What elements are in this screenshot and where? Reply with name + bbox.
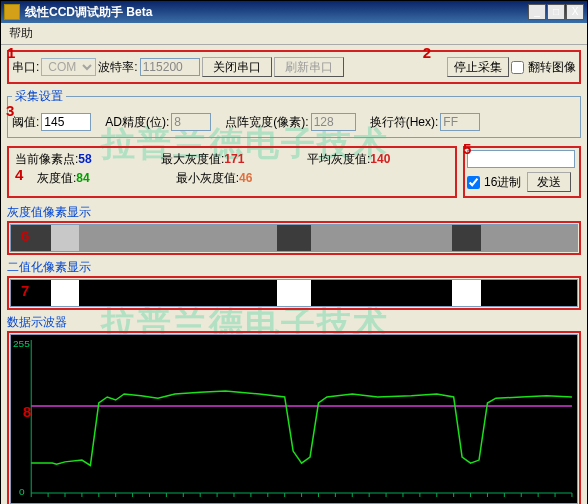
- serial-panel: 1 2 串口: COM1 波特率: 关闭串口 刷新串口 停止采集 翻转图像: [7, 50, 581, 84]
- window-title: 线性CCD调试助手 Beta: [25, 4, 528, 21]
- hex-checkbox[interactable]: [467, 176, 480, 189]
- baud-input[interactable]: [140, 58, 200, 76]
- threshold-label: 阈值:: [12, 114, 39, 131]
- binary-strip-title: 二值化像素显示: [7, 259, 581, 276]
- svg-text:255: 255: [13, 338, 30, 349]
- hex-label: 16进制: [484, 174, 521, 191]
- max-gray-value: 171: [224, 152, 244, 166]
- flip-checkbox[interactable]: [511, 61, 524, 74]
- gray-strip: [10, 224, 578, 252]
- newline-input[interactable]: [440, 113, 480, 131]
- min-gray-label: 最小灰度值:: [176, 171, 239, 185]
- marker-6: 6: [21, 227, 29, 244]
- port-select[interactable]: COM1: [41, 58, 96, 76]
- marker-8: 8: [23, 403, 31, 420]
- scope-title: 数据示波器: [7, 314, 581, 331]
- refresh-port-button[interactable]: 刷新串口: [274, 57, 344, 77]
- port-label: 串口:: [12, 59, 39, 76]
- ad-label: AD精度(位):: [105, 114, 169, 131]
- close-port-button[interactable]: 关闭串口: [202, 57, 272, 77]
- scope-box: 8 2550 像素点: [7, 331, 581, 504]
- flip-label: 翻转图像: [528, 59, 576, 76]
- matrix-input[interactable]: [311, 113, 356, 131]
- app-icon: [4, 4, 20, 20]
- marker-1: 1: [7, 44, 15, 61]
- cur-px-value: 58: [78, 152, 91, 166]
- stats-panel: 4 当前像素点:58 最大灰度值:171 平均灰度值:140 灰度值:84 最小…: [7, 146, 457, 198]
- maximize-button[interactable]: □: [547, 4, 565, 20]
- threshold-input[interactable]: [41, 113, 91, 131]
- gray-value: 84: [76, 171, 89, 185]
- cur-px-label: 当前像素点:: [15, 152, 78, 166]
- marker-4: 4: [15, 166, 23, 183]
- sampling-fieldset: 采集设置 3 阈值: AD精度(位): 点阵宽度(像素): 换行符(Hex):: [7, 88, 581, 138]
- binary-strip-box: 7: [7, 276, 581, 310]
- newline-label: 换行符(Hex):: [370, 114, 439, 131]
- gray-strip-box: 6: [7, 221, 581, 255]
- titlebar: 线性CCD调试助手 Beta _ □ X: [1, 1, 587, 23]
- menubar: 帮助: [1, 23, 587, 45]
- marker-3: 3: [6, 102, 14, 119]
- send-button[interactable]: 发送: [527, 172, 571, 192]
- menu-help[interactable]: 帮助: [9, 26, 33, 40]
- send-panel: 5 16进制 发送: [463, 146, 581, 198]
- stop-capture-button[interactable]: 停止采集: [447, 57, 509, 77]
- min-gray-value: 46: [239, 171, 252, 185]
- scope-svg: 2550: [11, 335, 577, 503]
- marker-7: 7: [21, 282, 29, 299]
- svg-text:0: 0: [19, 486, 25, 497]
- gray-label: 灰度值:: [37, 171, 76, 185]
- marker-2: 2: [423, 44, 431, 61]
- marker-5: 5: [463, 140, 471, 157]
- matrix-label: 点阵宽度(像素):: [225, 114, 308, 131]
- gray-strip-title: 灰度值像素显示: [7, 204, 581, 221]
- minimize-button[interactable]: _: [528, 4, 546, 20]
- max-gray-label: 最大灰度值:: [161, 152, 224, 166]
- baud-label: 波特率:: [98, 59, 137, 76]
- sampling-legend: 采集设置: [12, 88, 66, 105]
- send-input[interactable]: [467, 150, 575, 168]
- avg-gray-label: 平均灰度值:: [307, 152, 370, 166]
- close-button[interactable]: X: [566, 4, 584, 20]
- app-window: 线性CCD调试助手 Beta _ □ X 帮助 拉普兰德电子技术 拉普兰德电子技…: [0, 0, 588, 504]
- binary-strip: [10, 279, 578, 307]
- oscilloscope: 2550: [10, 334, 578, 504]
- avg-gray-value: 140: [370, 152, 390, 166]
- ad-input[interactable]: [171, 113, 211, 131]
